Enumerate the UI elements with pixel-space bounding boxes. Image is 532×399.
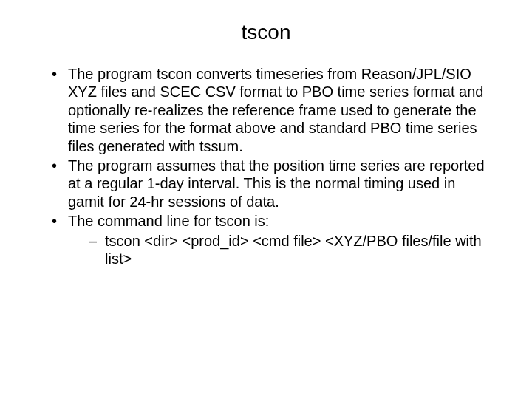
bullet-item: The program assumes that the position ti…: [52, 157, 495, 211]
sub-item: tscon <dir> <prod_id> <cmd file> <XYZ/PB…: [89, 232, 495, 268]
sub-list: tscon <dir> <prod_id> <cmd file> <XYZ/PB…: [68, 232, 495, 268]
bullet-text: The program tscon converts timeseries fr…: [68, 66, 483, 154]
bullet-text: The program assumes that the position ti…: [68, 157, 485, 210]
bullet-item: The program tscon converts timeseries fr…: [52, 65, 495, 155]
bullet-item: The command line for tscon is: tscon <di…: [52, 212, 495, 267]
sub-text: tscon <dir> <prod_id> <cmd file> <XYZ/PB…: [105, 233, 482, 267]
slide-title: tscon: [37, 21, 495, 44]
bullet-list: The program tscon converts timeseries fr…: [37, 65, 495, 267]
bullet-text: The command line for tscon is:: [68, 213, 269, 229]
